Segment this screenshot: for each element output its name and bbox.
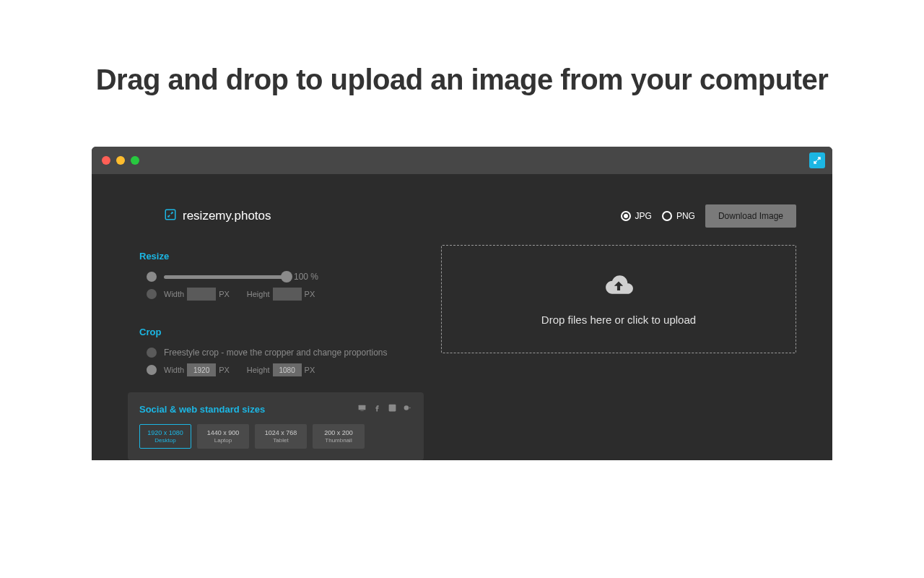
resize-slider[interactable] [164, 275, 287, 279]
px-label: PX [305, 290, 315, 298]
desktop-icon[interactable] [357, 402, 367, 415]
resize-height-label: Height [247, 290, 270, 298]
resize-percent-row[interactable]: 100 % [147, 272, 424, 282]
radio-icon [621, 211, 631, 221]
tile-dim: 1920 x 1080 [147, 429, 183, 436]
radio-icon [147, 272, 157, 282]
format-png-label: PNG [676, 211, 695, 221]
download-button[interactable]: Download Image [705, 204, 796, 228]
slider-thumb[interactable] [281, 271, 292, 282]
size-tile-laptop[interactable]: 1440 x 900 Laptop [197, 424, 249, 449]
px-label: PX [305, 366, 315, 374]
format-jpg-label: JPG [635, 211, 652, 221]
crop-width-label: Width [164, 366, 184, 374]
crop-height-label: Height [247, 366, 270, 374]
facebook-icon[interactable] [372, 402, 382, 415]
tile-name: Laptop [214, 437, 232, 444]
px-label: PX [219, 290, 230, 298]
crop-freestyle-row[interactable]: Freestyle crop - move the cropper and ch… [147, 348, 424, 358]
brand-icon [164, 208, 177, 225]
google-plus-icon[interactable] [403, 402, 412, 415]
format-jpg-radio[interactable]: JPG [621, 211, 652, 221]
brand-name: resizemy.photos [183, 209, 271, 223]
cloud-upload-icon [603, 273, 635, 301]
svg-rect-0 [165, 210, 175, 220]
linkedin-icon[interactable] [388, 402, 397, 415]
resize-width-input[interactable] [187, 288, 216, 301]
size-tile-tablet[interactable]: 1024 x 768 Tablet [255, 424, 307, 449]
format-controls: JPG PNG Download Image [621, 204, 796, 228]
maximize-window-button[interactable] [131, 156, 139, 165]
controls-panel: Resize 100 % Width PX Height PX [128, 245, 424, 460]
tile-dim: 200 x 200 [324, 429, 353, 436]
tile-dim: 1024 x 768 [265, 429, 297, 436]
tile-name: Desktop [154, 437, 175, 444]
sizes-panel: Social & web standard sizes 1920 x 1080 … [128, 392, 424, 460]
svg-rect-1 [359, 405, 366, 410]
titlebar [92, 147, 832, 174]
resize-height-input[interactable] [273, 288, 302, 301]
resize-section-label: Resize [139, 251, 424, 262]
freestyle-text: Freestyle crop - move the cropper and ch… [164, 348, 388, 358]
resize-width-label: Width [164, 290, 184, 298]
close-window-button[interactable] [102, 156, 110, 165]
tile-name: Thumbnail [325, 437, 352, 444]
brand-logo: resizemy.photos [164, 208, 271, 225]
crop-width-input[interactable] [187, 363, 216, 376]
crop-dim-row[interactable]: Width PX Height PX [147, 363, 424, 376]
svg-rect-3 [389, 405, 396, 412]
tile-name: Tablet [273, 437, 288, 444]
size-tile-desktop[interactable]: 1920 x 1080 Desktop [139, 424, 191, 449]
page-title: Drag and drop to upload an image from yo… [0, 64, 924, 96]
format-png-radio[interactable]: PNG [662, 211, 695, 221]
crop-section-label: Crop [139, 327, 424, 337]
expand-icon[interactable] [809, 152, 825, 168]
minimize-window-button[interactable] [116, 156, 125, 165]
px-label: PX [219, 366, 230, 374]
svg-point-4 [404, 405, 409, 410]
svg-rect-2 [360, 410, 363, 411]
crop-height-input[interactable] [273, 363, 302, 376]
dropzone-text: Drop files here or click to upload [541, 314, 696, 326]
size-tile-thumbnail[interactable]: 200 x 200 Thumbnail [313, 424, 365, 449]
radio-icon [662, 211, 672, 221]
sizes-title: Social & web standard sizes [139, 404, 265, 415]
resize-dim-row[interactable]: Width PX Height PX [147, 288, 424, 301]
tile-dim: 1440 x 900 [207, 429, 240, 436]
size-tiles: 1920 x 1080 Desktop 1440 x 900 Laptop 10… [139, 424, 412, 449]
radio-icon [147, 289, 157, 299]
radio-icon [147, 348, 157, 358]
resize-percent-value: 100 % [294, 272, 318, 282]
dropzone[interactable]: Drop files here or click to upload [441, 245, 796, 353]
radio-icon [147, 365, 157, 375]
app-window: resizemy.photos JPG PNG Download Image R… [92, 147, 832, 460]
